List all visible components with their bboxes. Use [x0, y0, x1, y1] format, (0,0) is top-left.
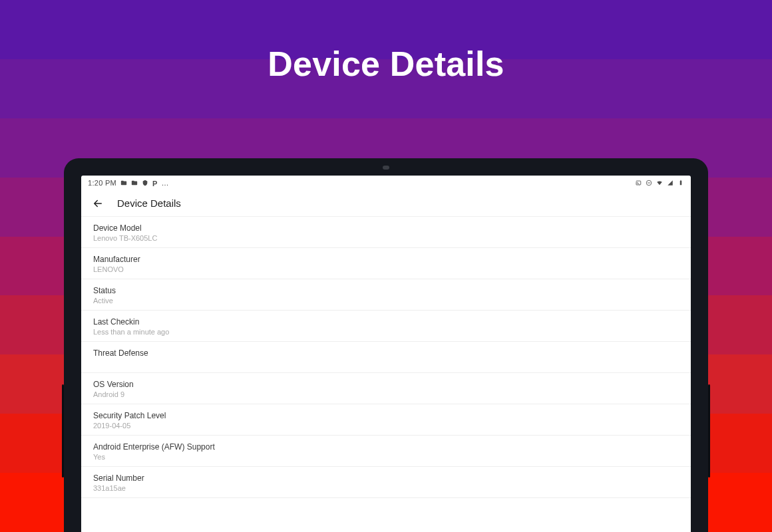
front-camera [383, 166, 389, 170]
detail-value: Android 9 [93, 390, 679, 398]
detail-label: Serial Number [93, 473, 679, 483]
app-bar: Device Details [81, 190, 691, 217]
tablet-frame: 1:20 PM P … Device Details Devi [64, 158, 708, 532]
detail-row[interactable]: ManufacturerLENOVO [81, 248, 691, 279]
detail-row[interactable]: OS VersionAndroid 9 [81, 373, 691, 404]
detail-row[interactable]: Last CheckinLess than a minute ago [81, 311, 691, 342]
detail-row[interactable]: Threat Defense [81, 342, 691, 373]
detail-label: Last Checkin [93, 317, 679, 327]
device-detail-list[interactable]: Device ModelLenovo TB-X605LCManufacturer… [81, 217, 691, 532]
p-icon: P [152, 180, 157, 186]
detail-value: 2019-04-05 [93, 422, 679, 430]
detail-row[interactable]: StatusActive [81, 279, 691, 311]
cast-icon [635, 180, 642, 186]
android-statusbar: 1:20 PM P … [81, 176, 691, 190]
detail-value: LENOVO [93, 265, 679, 273]
detail-value: Less than a minute ago [93, 328, 679, 336]
detail-label: Status [93, 286, 679, 295]
detail-value: Active [93, 297, 679, 305]
detail-row[interactable]: Device ModelLenovo TB-X605LC [81, 217, 691, 248]
detail-label: Security Patch Level [93, 411, 679, 420]
detail-value: Yes [93, 453, 679, 461]
signal-icon [667, 180, 674, 186]
folder-icon [120, 180, 127, 186]
detail-row[interactable]: Serial Number331a15ae [81, 467, 691, 498]
detail-row[interactable]: Security Patch Level2019-04-05 [81, 404, 691, 436]
tablet-side-button-left [62, 384, 64, 477]
shield-icon [142, 180, 148, 186]
arrow-left-icon [92, 198, 104, 209]
detail-label: Device Model [93, 223, 679, 233]
back-button[interactable] [91, 196, 105, 211]
detail-label: Threat Defense [93, 348, 679, 358]
dnd-icon [646, 180, 652, 186]
tablet-side-button-right [708, 384, 710, 477]
page-title: Device Details [117, 198, 181, 209]
detail-row[interactable]: Android Enterprise (AFW) SupportYes [81, 436, 691, 467]
svg-rect-3 [680, 180, 681, 181]
detail-value: 331a15ae [93, 484, 679, 492]
detail-label: Android Enterprise (AFW) Support [93, 442, 679, 452]
detail-label: Manufacturer [93, 255, 679, 264]
folder-icon [131, 180, 138, 186]
detail-value: Lenovo TB-X605LC [93, 234, 679, 242]
device-screen: 1:20 PM P … Device Details Devi [81, 176, 691, 532]
wifi-icon [656, 180, 663, 186]
promo-title: Device Details [0, 44, 772, 84]
detail-value [93, 359, 679, 367]
battery-icon [677, 180, 684, 186]
detail-label: OS Version [93, 380, 679, 389]
svg-rect-2 [680, 181, 682, 186]
statusbar-clock: 1:20 PM [88, 179, 116, 187]
